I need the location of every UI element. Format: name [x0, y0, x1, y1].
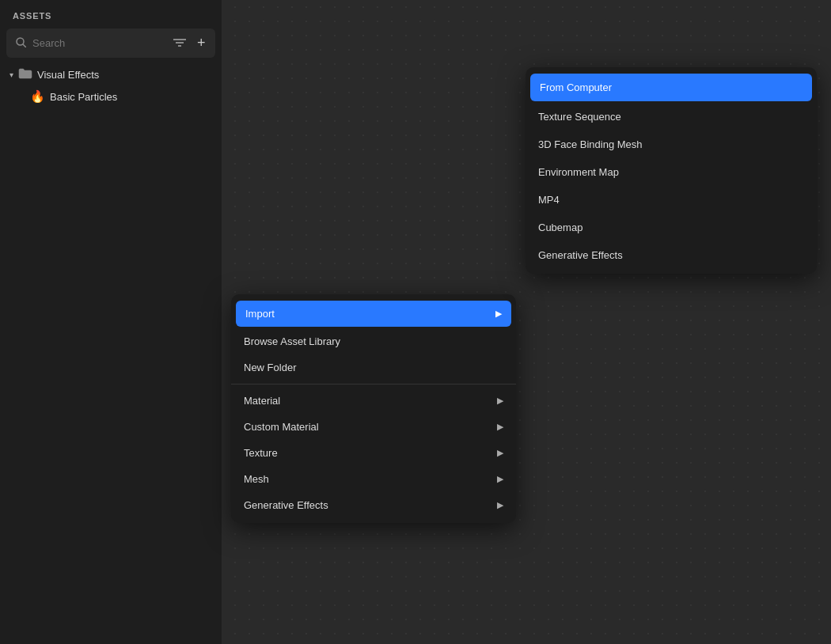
add-button[interactable]: + [195, 33, 207, 53]
search-input[interactable] [32, 37, 165, 49]
menu-item-generative-effects-label: Generative Effects [244, 499, 328, 511]
visual-effects-label: Visual Effects [37, 69, 99, 81]
menu-item-new-folder[interactable]: New Folder [231, 354, 516, 381]
menu-item-texture-label: Texture [244, 447, 278, 459]
menu-item-generative-effects[interactable]: Generative Effects ▶ [231, 492, 516, 518]
search-actions: + [172, 33, 207, 53]
submenu-environment-map-label: Environment Map [538, 166, 619, 178]
submenu-3d-face-binding-label: 3D Face Binding Mesh [538, 138, 643, 150]
chevron-right-icon-import: ▶ [495, 309, 502, 319]
submenu-from-computer-label: From Computer [540, 81, 612, 93]
submenu-item-cubemap[interactable]: Cubemap [526, 214, 817, 241]
chevron-right-icon-mesh: ▶ [497, 474, 503, 484]
chevron-right-icon-generative: ▶ [497, 500, 503, 510]
sidebar: ASSETS + ▾ Visual [0, 0, 222, 644]
basic-particles-label: Basic Particles [50, 91, 117, 103]
tree-item-visual-effects[interactable]: ▾ Visual Effects [0, 64, 222, 85]
menu-item-browse-asset-library[interactable]: Browse Asset Library [231, 328, 516, 354]
svg-line-1 [23, 44, 26, 47]
menu-item-custom-material[interactable]: Custom Material ▶ [231, 414, 516, 440]
submenu-item-environment-map[interactable]: Environment Map [526, 158, 817, 186]
search-bar: + [6, 28, 215, 58]
assets-title: ASSETS [0, 0, 222, 28]
chevron-right-icon-material: ▶ [497, 396, 503, 406]
secondary-context-menu: From Computer Texture Sequence 3D Face B… [526, 67, 817, 274]
menu-item-mesh-label: Mesh [244, 473, 269, 485]
menu-item-import[interactable]: Import ▶ [236, 301, 511, 327]
menu-item-texture[interactable]: Texture ▶ [231, 440, 516, 466]
submenu-mp4-label: MP4 [538, 194, 560, 206]
submenu-item-mp4[interactable]: MP4 [526, 186, 817, 214]
menu-item-browse-label: Browse Asset Library [244, 335, 340, 347]
menu-item-new-folder-label: New Folder [244, 362, 296, 373]
submenu-item-generative-effects[interactable]: Generative Effects [526, 241, 817, 269]
menu-item-custom-material-label: Custom Material [244, 421, 319, 433]
menu-item-import-label: Import [245, 308, 275, 320]
tree-item-basic-particles[interactable]: 🔥 Basic Particles [0, 85, 222, 108]
folder-icon [18, 68, 32, 81]
submenu-generative-effects-label: Generative Effects [538, 249, 623, 261]
submenu-texture-sequence-label: Texture Sequence [538, 111, 621, 123]
chevron-down-icon: ▾ [9, 70, 13, 79]
particle-icon: 🔥 [30, 89, 45, 104]
menu-item-material-label: Material [244, 395, 280, 407]
menu-divider-1 [231, 384, 516, 385]
menu-item-material[interactable]: Material ▶ [231, 388, 516, 414]
filter-button[interactable] [172, 35, 188, 52]
chevron-right-icon-texture: ▶ [497, 448, 503, 458]
submenu-item-texture-sequence[interactable]: Texture Sequence [526, 103, 817, 131]
submenu-item-from-computer[interactable]: From Computer [530, 74, 812, 101]
search-icon [16, 37, 26, 50]
submenu-cubemap-label: Cubemap [538, 222, 582, 233]
primary-context-menu: Import ▶ Browse Asset Library New Folder… [231, 294, 516, 523]
menu-item-mesh[interactable]: Mesh ▶ [231, 466, 516, 492]
submenu-item-3d-face-binding-mesh[interactable]: 3D Face Binding Mesh [526, 131, 817, 158]
chevron-right-icon-custom-material: ▶ [497, 422, 503, 432]
